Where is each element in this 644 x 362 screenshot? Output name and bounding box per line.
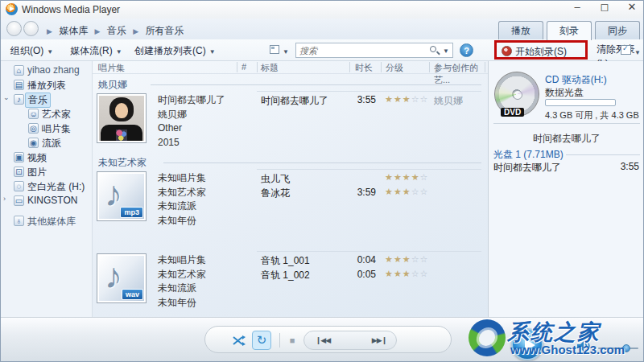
star-empty-icon: ☆ <box>411 269 420 278</box>
group-header-label[interactable]: 姚贝娜 <box>98 78 127 92</box>
burn-options-button[interactable]: ▼ <box>621 45 641 57</box>
shuffle-button[interactable] <box>229 327 249 354</box>
media-list: 唱片集 # 标题 时长 分级 参与创作的艺... 姚贝娜时间都去哪儿了姚贝娜Ot… <box>92 61 488 317</box>
sidebar-item-album[interactable]: ◎唱片集 <box>1 121 92 135</box>
drive-name-link[interactable]: CD 驱动器(H:) <box>545 73 607 87</box>
search-icon[interactable] <box>430 46 436 52</box>
stop-button[interactable]: ■ <box>284 327 300 354</box>
star-filled-icon: ★ <box>402 269 411 278</box>
minimize-button[interactable]: – <box>564 1 590 14</box>
sidebar-item-blank-disc[interactable]: ◌空白光盘 (H:) <box>1 179 92 193</box>
maximize-button[interactable]: ◻ <box>592 1 617 14</box>
chevron-right-icon: ▶ <box>91 27 105 35</box>
rating-stars[interactable]: ★★★★☆ <box>385 172 428 183</box>
sidebar-item-library[interactable]: ⌂yihao zhang <box>1 64 92 77</box>
create-playlist-menu[interactable]: 创建播放列表(C)▼ <box>131 43 219 58</box>
dvd-badge: DVD <box>501 108 524 117</box>
column-title[interactable]: 标题 <box>261 62 279 74</box>
burn-list-title: 时间都去哪儿了 <box>489 132 644 146</box>
playlist-icon: ▤ <box>14 80 24 90</box>
next-button[interactable]: ▶▶❙ <box>363 327 395 354</box>
column-album[interactable]: 唱片集 <box>98 62 125 74</box>
star-filled-icon: ★ <box>394 187 402 196</box>
track-row[interactable]: 虫儿飞★★★★☆ <box>93 171 488 186</box>
column-rating[interactable]: 分级 <box>386 62 403 74</box>
search-input[interactable] <box>299 44 420 56</box>
track-row[interactable]: 鲁冰花3:59★★★☆☆ <box>93 186 488 200</box>
sidebar-item-video[interactable]: ▣视频 <box>1 150 92 164</box>
repeat-button[interactable]: ↻ <box>252 331 271 350</box>
chevron-right-icon[interactable]: › <box>3 195 10 203</box>
chevron-down-icon: ▼ <box>279 48 289 56</box>
track-row[interactable]: 音轨 1_0010:04★★★☆☆ <box>93 253 488 268</box>
organize-menu[interactable]: 组织(O)▼ <box>7 43 56 58</box>
tab-play[interactable]: 播放 <box>498 21 543 39</box>
help-button[interactable]: ? <box>460 43 473 57</box>
sidebar-item-label: 其他媒体库 <box>27 215 76 228</box>
track-duration: 3:59 <box>331 187 376 198</box>
previous-button[interactable]: ❙◀◀ <box>307 327 339 354</box>
album-info-line: 2015 <box>158 136 225 150</box>
sidebar-item-artist[interactable]: ☺艺术家 <box>1 107 92 121</box>
album-info-line: 未知流派 <box>158 200 206 214</box>
group-header-label[interactable]: 未知艺术家 <box>98 156 147 170</box>
chevron-down-icon[interactable]: ▼ <box>443 47 449 55</box>
album-info-line: Other <box>158 121 225 136</box>
track-duration: 0:04 <box>331 254 376 265</box>
track-title: 时间都去哪儿了 <box>261 94 328 108</box>
window-title: Windows Media Player <box>22 4 120 15</box>
tab-burn[interactable]: 刻录 <box>547 21 592 40</box>
breadcrumb-music[interactable]: 音乐 <box>107 25 126 36</box>
tab-sync[interactable]: 同步 <box>595 21 640 39</box>
album-info-line: 未知流派 <box>158 282 206 296</box>
sidebar-item-pictures[interactable]: ⊡图片 <box>1 165 92 179</box>
sidebar-item-music[interactable]: ⌄♪音乐 <box>1 93 92 106</box>
star-empty-icon: ☆ <box>420 187 429 196</box>
track-row[interactable]: 时间都去哪儿了3:55★★★☆☆姚贝娜 <box>93 93 488 108</box>
sidebar-item-label: 图片 <box>27 166 47 179</box>
chevron-down-icon[interactable]: ⌄ <box>3 93 10 101</box>
column-length[interactable]: 时长 <box>355 62 373 74</box>
breadcrumb-all-music[interactable]: 所有音乐 <box>145 25 184 36</box>
chevron-down-icon: ▼ <box>631 49 641 56</box>
album-info-line: 未知年份 <box>158 296 206 311</box>
track-row[interactable]: 音轨 1_0020:05★★★☆☆ <box>93 268 488 282</box>
burn-track-row[interactable]: 时间都去哪儿了3:55 <box>489 161 644 175</box>
wmp-logo-icon <box>6 3 18 15</box>
disc-type-label: 数据光盘 <box>545 86 584 100</box>
genre-icon: ◉ <box>28 138 39 148</box>
sidebar-item-playlist[interactable]: ▤播放列表 <box>1 78 92 92</box>
star-empty-icon: ☆ <box>420 94 429 104</box>
usb-drive-icon: ▭ <box>14 195 24 206</box>
album-info-line: 姚贝娜 <box>158 108 225 122</box>
sidebar-item-genre[interactable]: ◉流派 <box>1 136 92 150</box>
burn-track-duration: 3:55 <box>621 161 639 172</box>
sidebar-item-other-libraries[interactable]: ♁其他媒体库 <box>1 214 92 228</box>
back-button[interactable] <box>6 21 22 36</box>
star-filled-icon: ★ <box>402 254 411 264</box>
rating-stars[interactable]: ★★★☆☆ <box>385 254 428 265</box>
start-burn-button[interactable]: 开始刻录(S) <box>502 45 567 59</box>
view-options-button[interactable]: ▼ <box>270 45 289 56</box>
close-button[interactable]: ✕ <box>619 1 644 14</box>
disc-group-label[interactable]: 光盘 1 (7.71MB) <box>493 148 564 162</box>
star-empty-icon: ☆ <box>420 269 429 278</box>
chevron-right-icon: ▶ <box>43 27 56 35</box>
watermark-logo-icon <box>469 319 506 356</box>
rating-stars[interactable]: ★★★☆☆ <box>385 269 428 279</box>
playback-controls: ↻ ■ ❙◀◀ ▶▶❙ <box>204 326 452 353</box>
sidebar-item-usb-drive[interactable]: ›▭KINGSTON <box>1 194 92 208</box>
view-grid-icon <box>270 45 279 54</box>
rating-stars[interactable]: ★★★☆☆ <box>385 94 428 105</box>
star-empty-icon: ☆ <box>420 172 429 182</box>
star-filled-icon: ★ <box>385 94 394 104</box>
burn-track-title: 时间都去哪儿了 <box>493 161 561 175</box>
stream-menu[interactable]: 媒体流(R)▼ <box>67 43 126 58</box>
column-number[interactable]: # <box>242 62 246 72</box>
forward-button[interactable] <box>23 21 39 36</box>
album-group: ♪wav未知唱片集未知艺术家未知流派未知年份音轨 1_0010:04★★★☆☆音… <box>93 251 488 320</box>
star-filled-icon: ★ <box>385 254 394 264</box>
burn-options-icon <box>621 45 631 55</box>
rating-stars[interactable]: ★★★☆☆ <box>385 187 428 197</box>
breadcrumb-library[interactable]: 媒体库 <box>59 25 88 36</box>
